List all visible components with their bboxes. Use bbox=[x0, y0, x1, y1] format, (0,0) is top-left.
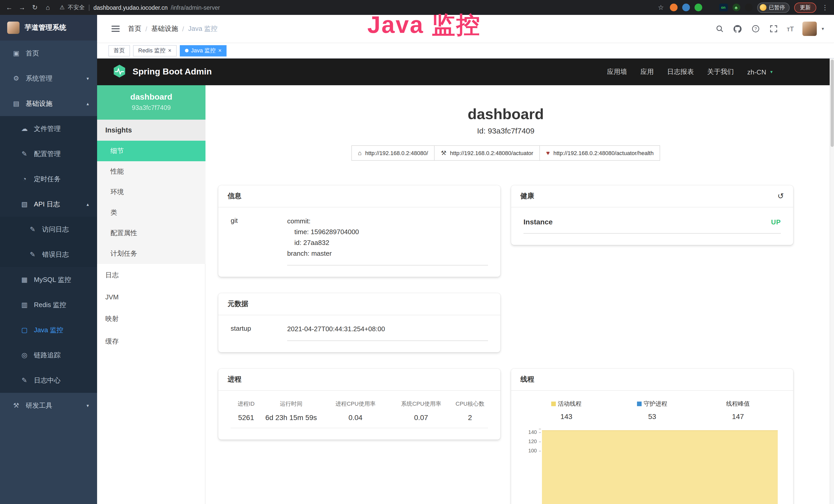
extension-icon-dark[interactable] bbox=[745, 4, 752, 11]
sidebar-item-trace[interactable]: ◎ 链路追踪 bbox=[0, 343, 97, 368]
tab-redis-monitor[interactable]: Redis 监控 × bbox=[133, 45, 176, 56]
sba-item-details[interactable]: 细节 bbox=[97, 141, 205, 161]
scrollbar-track[interactable] bbox=[830, 59, 834, 504]
sidebar-item-label: API 日志 bbox=[34, 200, 60, 209]
threads-legend: 活动线程 143 守护进程 53 线程峰值 bbox=[524, 400, 781, 420]
font-size-icon[interactable]: тT bbox=[787, 25, 794, 32]
active-threads-area bbox=[542, 430, 778, 504]
extension-icon-orange[interactable] bbox=[670, 4, 677, 11]
reload-icon[interactable]: ↻ bbox=[31, 4, 39, 11]
service-url-link[interactable]: ⌂ http://192.168.0.2:48080/ bbox=[351, 145, 435, 161]
hamburger-icon[interactable] bbox=[111, 26, 120, 32]
infrastructure-icon: ▤ bbox=[12, 100, 20, 107]
process-cpu-value: 0.04 bbox=[321, 410, 390, 428]
sidebar-item-label: 日志中心 bbox=[34, 375, 61, 385]
browser-menu-icon[interactable]: ⋮ bbox=[821, 4, 829, 11]
sba-nav-applications[interactable]: 应用 bbox=[640, 67, 654, 76]
actuator-url-link[interactable]: ⚒ http://192.168.0.2:48080/actuator bbox=[434, 145, 540, 161]
sba-item-config-props[interactable]: 配置属性 bbox=[97, 223, 205, 244]
gear-icon: ⚙ bbox=[12, 74, 20, 82]
help-icon[interactable]: ? bbox=[751, 24, 760, 33]
breadcrumb-home[interactable]: 首页 bbox=[128, 24, 141, 33]
sidebar-item-label: 首页 bbox=[26, 48, 39, 58]
legend-daemon-threads: 守护进程 53 bbox=[609, 400, 695, 420]
close-icon[interactable]: × bbox=[168, 48, 171, 53]
sidebar-item-label: 访问日志 bbox=[42, 225, 69, 234]
sidebar-item-devtools[interactable]: ⚒ 研发工具 ▾ bbox=[0, 393, 97, 418]
sidebar-item-file-management[interactable]: ☁ 文件管理 bbox=[0, 116, 97, 141]
history-icon[interactable]: ↺ bbox=[777, 191, 784, 201]
extension-icon-leaf[interactable]: ♣ bbox=[732, 4, 740, 11]
divider bbox=[89, 4, 89, 10]
sba-item-mappings[interactable]: 映射 bbox=[97, 307, 205, 330]
breadcrumb: 首页 / 基础设施 / Java 监控 bbox=[128, 24, 218, 33]
chevron-up-icon: ▴ bbox=[87, 101, 89, 106]
scrollbar-thumb[interactable] bbox=[831, 60, 834, 147]
sidebar-item-java-monitor[interactable]: ▢ Java 监控 bbox=[0, 317, 97, 343]
daemon-threads-value: 53 bbox=[609, 412, 695, 420]
sba-nav-about[interactable]: 关于我们 bbox=[707, 67, 734, 76]
sba-item-scheduled-tasks[interactable]: 计划任务 bbox=[97, 244, 205, 264]
user-avatar[interactable] bbox=[803, 22, 817, 36]
home-icon: ⌂ bbox=[358, 150, 361, 157]
status-badge: UP bbox=[771, 218, 781, 226]
sba-item-environment[interactable]: 环境 bbox=[97, 182, 205, 202]
git-info-row: git commit: time: 1596289704000 id: 27aa… bbox=[231, 216, 488, 266]
tags-view: 首页 Redis 监控 × Java 监控 × bbox=[97, 43, 834, 59]
back-icon[interactable]: ← bbox=[5, 4, 13, 11]
active-threads-swatch bbox=[551, 402, 556, 406]
sidebar-item-access-log[interactable]: ✎ 访问日志 bbox=[0, 217, 97, 242]
update-button[interactable]: 更新 bbox=[794, 2, 816, 13]
fullscreen-icon[interactable] bbox=[769, 24, 778, 33]
sidebar-item-home[interactable]: ▣ 首页 bbox=[0, 41, 97, 66]
sba-item-metrics[interactable]: 性能 bbox=[97, 161, 205, 182]
sba-item-jvm[interactable]: JVM bbox=[97, 287, 205, 307]
sba-main: dashboard Id: 93a3fc7f7409 ⌂ http://192.… bbox=[205, 85, 834, 504]
sidebar-item-api-log[interactable]: ▧ API 日志 ▴ bbox=[0, 191, 97, 217]
metadata-card-title: 元数据 bbox=[227, 299, 248, 308]
sba-nav-wallboard[interactable]: 应用墙 bbox=[607, 67, 627, 76]
tab-java-monitor[interactable]: Java 监控 × bbox=[179, 45, 226, 56]
security-label[interactable]: 不安全 bbox=[68, 4, 85, 11]
tab-label: 首页 bbox=[113, 47, 125, 54]
sidebar-item-log-center[interactable]: ✎ 日志中心 bbox=[0, 368, 97, 393]
process-card: 进程 进程ID 运行时间 进程CPU使用率 系统CPU使用率 CPU核心数 bbox=[218, 369, 500, 439]
profile-paused-badge[interactable]: 已暂停 bbox=[757, 2, 790, 13]
sidebar-item-infrastructure[interactable]: ▤ 基础设施 ▴ bbox=[0, 91, 97, 116]
sidebar-item-mysql-monitor[interactable]: ▦ MySQL 监控 bbox=[0, 267, 97, 292]
sidebar-item-system[interactable]: ⚙ 系统管理 ▾ bbox=[0, 66, 97, 91]
instance-label: Instance bbox=[524, 218, 553, 226]
search-icon[interactable] bbox=[715, 24, 724, 33]
sba-item-loggers[interactable]: 日志 bbox=[97, 264, 205, 287]
startup-row: startup 2021-04-27T00:44:31.254+08:00 bbox=[231, 323, 488, 341]
sidebar-item-redis-monitor[interactable]: ▥ Redis 监控 bbox=[0, 292, 97, 317]
bookmark-star-icon[interactable]: ☆ bbox=[657, 4, 665, 11]
extension-icon-green[interactable] bbox=[694, 4, 702, 11]
sidebar-item-config-management[interactable]: ✎ 配置管理 bbox=[0, 141, 97, 166]
sba-header: Spring Boot Admin 应用墙 应用 日志报表 关于我们 zh-CN… bbox=[97, 59, 834, 85]
close-icon[interactable]: × bbox=[218, 48, 222, 53]
health-url-link[interactable]: ♥ http://192.168.0.2:48080/actuator/heal… bbox=[540, 145, 660, 161]
sba-locale-select[interactable]: zh-CN bbox=[747, 68, 766, 76]
paused-label: 已暂停 bbox=[769, 4, 785, 11]
sba-item-caches[interactable]: 缓存 bbox=[97, 330, 205, 353]
git-commit-line: commit: bbox=[287, 216, 488, 226]
sidebar-item-scheduled-tasks[interactable]: ◔ 定时任务 bbox=[0, 166, 97, 191]
forward-icon[interactable]: → bbox=[18, 4, 26, 11]
sba-item-beans[interactable]: 类 bbox=[97, 202, 205, 223]
home-icon[interactable]: ⌂ bbox=[44, 4, 52, 11]
git-value: commit: time: 1596289704000 id: 27aa832 … bbox=[287, 216, 488, 266]
breadcrumb-infrastructure[interactable]: 基础设施 bbox=[151, 24, 178, 33]
extension-icon-grid[interactable] bbox=[707, 4, 714, 11]
tab-home[interactable]: 首页 bbox=[108, 45, 130, 56]
extension-icon-on-badge[interactable]: on bbox=[719, 4, 728, 11]
y-tick: 140 bbox=[528, 430, 537, 435]
sidebar-item-error-log[interactable]: ✎ 错误日志 bbox=[0, 242, 97, 267]
api-log-icon: ▧ bbox=[21, 200, 28, 208]
github-icon[interactable] bbox=[733, 24, 742, 33]
address-bar[interactable]: ⚠ 不安全 dashboard.yudao.iocoder.cn/infra/a… bbox=[57, 4, 652, 11]
app-logo: 芋道管理系统 bbox=[0, 15, 97, 41]
extension-icon-blue[interactable] bbox=[682, 4, 690, 11]
y-tick: 120 bbox=[528, 439, 537, 444]
sba-nav-journal[interactable]: 日志报表 bbox=[667, 67, 694, 76]
